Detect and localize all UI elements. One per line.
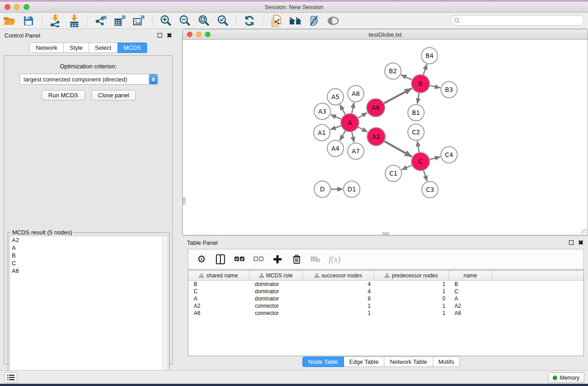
graph-node-C3[interactable]: C3 [422,181,438,198]
zoom-selected-icon[interactable] [215,14,230,28]
graph-node-B2[interactable]: B2 [385,63,401,79]
column-header-predecessor-nodes[interactable]: predecessor nodes [374,271,449,281]
zoom-in-icon[interactable] [158,14,173,28]
graph-node-A8[interactable]: A8 [348,86,364,102]
edge-A-A4[interactable] [340,131,345,140]
deselect-all-icon[interactable] [253,253,264,265]
home-layouts-icon[interactable] [288,14,302,28]
graph-node-B3[interactable]: B3 [441,81,457,98]
result-item[interactable]: B [10,252,163,259]
close-panel-icon[interactable]: ✖ [167,33,172,38]
close-panel-button[interactable]: Close panel [91,90,136,100]
graph-node-A[interactable]: A [341,114,359,132]
column-header-shared-name[interactable]: shared name [188,271,249,281]
edge-A2-C[interactable] [384,141,412,157]
zoom-fit-icon[interactable] [196,14,211,28]
graph-node-C[interactable]: C [411,152,430,171]
search-input[interactable] [460,16,583,25]
edge-B-B1[interactable] [417,93,419,104]
tab-node-table[interactable]: Node Table [302,357,344,367]
run-mcds-button[interactable]: Run MCDS [42,90,85,100]
graph-node-B1[interactable]: B1 [408,105,424,121]
delete-trash-icon[interactable] [291,253,302,265]
edge-B-B3[interactable] [430,86,440,88]
graph-node-A7[interactable]: A7 [348,143,364,159]
column-header-name[interactable]: name [449,271,492,281]
graph-node-A6[interactable]: A6 [367,99,385,117]
edge-A-A6[interactable] [358,113,367,118]
table-row[interactable]: A2connector11A2 [188,302,583,310]
edge-A-A2[interactable] [359,127,368,132]
tab-select[interactable]: Select [89,43,118,53]
memory-button[interactable]: Memory [548,372,584,383]
edge-C-C2[interactable] [417,141,419,152]
result-item[interactable]: A2 [10,236,163,244]
network-canvas[interactable]: B4B2BB3A5A8A6B1A3AC2A1A2A4A7C4CC1C3DD1 [183,40,588,235]
import-table-icon[interactable] [67,14,81,28]
export-image-icon[interactable] [132,14,146,28]
edge-A-A5[interactable] [340,105,345,114]
result-item[interactable]: A6 [10,267,163,275]
graph-node-B4[interactable]: B4 [421,48,438,64]
edge-A6-B[interactable] [384,88,412,103]
graph-node-A2[interactable]: A2 [367,128,385,146]
node-table[interactable]: shared nameMCDS rolesuccessor nodesprede… [188,270,584,356]
save-session-icon[interactable] [21,14,36,28]
edge-A-A3[interactable] [331,115,341,119]
edge-C-C1[interactable] [402,165,411,170]
tab-style[interactable]: Style [64,43,89,53]
graph-node-A4[interactable]: A4 [327,140,344,157]
graph-node-D[interactable]: D [314,181,330,197]
edge-A-A7[interactable] [352,132,354,143]
edge-C-C3[interactable] [424,171,427,181]
edge-B-B4[interactable] [423,64,426,75]
table-row[interactable]: Cdominator41C [188,288,583,295]
graph-node-A3[interactable]: A3 [314,103,330,119]
graph-node-A5[interactable]: A5 [327,89,344,105]
export-network-icon[interactable] [94,14,108,28]
show-columns-icon[interactable] [215,253,226,265]
add-column-plus-icon[interactable] [272,253,283,265]
import-network-icon[interactable] [48,14,62,28]
result-scrollbar[interactable] [163,236,168,384]
edge-A-A8[interactable] [352,103,354,114]
zoom-out-icon[interactable] [177,14,192,28]
show-hide-eye-icon[interactable] [326,14,340,28]
mcds-result-list[interactable]: A2ABCA6 [10,236,163,384]
network-window-titlebar[interactable]: testGlobe.txt [183,29,588,40]
edge-C-C4[interactable] [430,157,440,160]
table-row[interactable]: Bdominator41B [188,281,583,288]
column-header-successor-nodes[interactable]: successor nodes [303,271,374,281]
criterion-dropdown[interactable]: largest connected component (directed) [19,74,158,85]
tab-network[interactable]: Network [29,43,64,53]
close-table-panel-icon[interactable]: ✖ [578,240,583,245]
open-session-icon[interactable] [2,14,17,28]
resize-grip[interactable] [581,229,587,234]
result-item[interactable]: C [10,259,163,267]
task-history-button[interactable] [5,372,17,383]
edge-A-A1[interactable] [330,126,341,129]
refresh-icon[interactable] [242,14,257,28]
tab-mcds[interactable]: MCDS [118,43,147,53]
table-row[interactable]: A6connector11A6 [188,310,583,317]
graph-node-C1[interactable]: C1 [385,165,402,181]
export-table-icon[interactable] [113,14,127,28]
search-field[interactable] [450,15,584,26]
tab-network-table[interactable]: Network Table [384,357,433,367]
column-header-MCDS-role[interactable]: MCDS role [249,271,303,281]
edge-B-B2[interactable] [401,75,412,80]
graph-node-D1[interactable]: D1 [344,181,360,197]
graph-node-C2[interactable]: C2 [408,124,424,140]
select-all-icon[interactable] [234,253,245,265]
tab-edge-table[interactable]: Edge Table [344,357,385,367]
graph-node-C4[interactable]: C4 [441,147,457,163]
graph-node-A1[interactable]: A1 [314,124,330,141]
toggle-graphics-details-icon[interactable] [307,14,321,28]
graph-node-B[interactable]: B [411,75,430,93]
float-table-panel-icon[interactable] [569,240,574,245]
float-panel-icon[interactable] [158,33,162,38]
canvas-bottom-grip[interactable] [382,232,389,235]
result-item[interactable]: A [10,244,163,252]
table-settings-gear-icon[interactable]: ⚙ [196,253,207,265]
clone-network-icon[interactable] [269,14,283,28]
